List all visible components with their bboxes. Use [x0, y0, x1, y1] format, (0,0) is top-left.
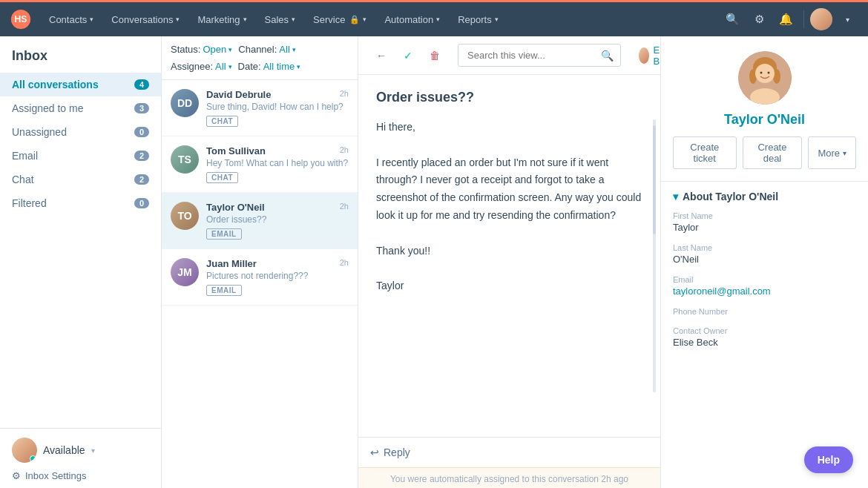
channel-tag: CHAT [206, 172, 238, 183]
conversation-time: 2h [340, 145, 349, 154]
conversation-time: 2h [340, 202, 349, 211]
sidebar-item-assigned-to-me[interactable]: Assigned to me 3 [0, 96, 161, 120]
nav-conversations[interactable]: Conversations ▾ [104, 10, 187, 30]
email-subject: Order issues?? [376, 90, 642, 105]
channel-tag: CHAT [206, 116, 238, 127]
conversation-preview: Order issues?? [206, 214, 349, 225]
avatar: TS [171, 145, 199, 174]
chevron-down-icon: ▾ [91, 446, 95, 455]
contact-name: Tom Sullivan [206, 145, 266, 156]
contact-name: Taylor O'Neil [724, 112, 805, 128]
sidebar-item-unassigned[interactable]: Unassigned 0 [0, 120, 161, 144]
contact-name: David Debrule [206, 89, 271, 100]
conversation-list: Status: Open ▾ Channel: All ▾ Assignee: … [162, 36, 358, 488]
date-filter[interactable]: Date: All time ▾ [238, 61, 301, 72]
assigned-to-me-badge: 3 [134, 103, 149, 113]
email-field-display: Email tayloroneil@gmail.com [673, 275, 856, 297]
about-section: ▾ About Taylor O'Neil First name Taylor … [661, 182, 868, 367]
more-actions-button[interactable]: More ▾ [808, 136, 856, 169]
search-icon: 🔍 [601, 50, 614, 62]
auto-assigned-notice: You were automatically assigned to this … [358, 467, 660, 488]
conversation-actions: ← ✓ 🗑 [370, 44, 446, 67]
contact-name: Taylor O'Neil [206, 202, 265, 213]
conversation-item-taylor-oneil[interactable]: TO Taylor O'Neil 2h Order issues?? EMAIL [162, 193, 358, 249]
availability-status[interactable]: Available ▾ [12, 438, 149, 463]
hubspot-logo[interactable]: HS [9, 7, 33, 31]
chevron-down-icon: ▾ [228, 63, 232, 70]
chevron-down-icon: ▾ [176, 16, 180, 23]
contact-header: Taylor O'Neil Create ticket Create deal … [661, 36, 868, 182]
reply-icon: ↩ [370, 446, 379, 458]
resolve-button[interactable]: ✓ [397, 44, 419, 67]
phone-number-field: Phone number [673, 307, 856, 316]
sidebar-navigation: All conversations 4 Assigned to me 3 Una… [0, 70, 161, 428]
contact-avatar [738, 51, 792, 105]
nav-sales[interactable]: Sales ▾ [257, 10, 303, 30]
reply-button[interactable]: ↩ Reply [370, 446, 410, 458]
sidebar-item-email[interactable]: Email 2 [0, 144, 161, 168]
avatar: JM [171, 258, 199, 286]
conversation-detail: ← ✓ 🗑 🔍 Elise Beck ▾ Order issues?? Hi t… [358, 36, 660, 488]
sidebar-item-filtered[interactable]: Filtered 0 [0, 191, 161, 215]
chevron-down-icon: ▾ [436, 16, 440, 23]
nav-reports[interactable]: Reports ▾ [450, 10, 506, 30]
last-name-field: Last name O'Neil [673, 243, 856, 265]
avatar: DD [171, 89, 199, 117]
svg-point-6 [755, 64, 775, 83]
svg-text:HS: HS [14, 14, 27, 24]
nav-automation[interactable]: Automation ▾ [377, 10, 447, 30]
contact-name: Juan Miller [206, 258, 257, 269]
contact-actions: Create ticket Create deal More ▾ [673, 136, 856, 169]
user-avatar[interactable] [810, 8, 832, 30]
contact-owner-field: Contact owner Elise Beck [673, 326, 856, 348]
conversation-detail-header: ← ✓ 🗑 🔍 Elise Beck ▾ [358, 36, 660, 75]
conversation-item-tom-sullivan[interactable]: TS Tom Sullivan 2h Hey Tom! What can I h… [162, 136, 358, 193]
svg-point-8 [767, 72, 769, 74]
sidebar-item-all-conversations[interactable]: All conversations 4 [0, 73, 161, 96]
nav-contacts[interactable]: Contacts ▾ [42, 10, 101, 30]
search-icon-button[interactable]: 🔍 [720, 7, 744, 31]
notifications-icon-button[interactable]: 🔔 [774, 7, 798, 31]
status-filter[interactable]: Status: Open ▾ [171, 44, 232, 55]
settings-icon-button[interactable]: ⚙ [747, 7, 771, 31]
delete-button[interactable]: 🗑 [424, 44, 446, 67]
conversation-preview: Sure thing, David! How can I help? [206, 102, 349, 112]
nav-service[interactable]: Service 🔒 ▾ [306, 10, 374, 30]
nav-divider [803, 10, 804, 28]
assignee-filter[interactable]: Assignee: All ▾ [171, 61, 232, 72]
conversation-items: DD David Debrule 2h Sure thing, David! H… [162, 80, 358, 488]
chevron-down-icon: ▾ [495, 16, 499, 23]
create-ticket-button[interactable]: Create ticket [673, 136, 737, 169]
nav-marketing[interactable]: Marketing ▾ [190, 10, 254, 30]
assignee-avatar [639, 47, 649, 64]
conversation-item-david-debrule[interactable]: DD David Debrule 2h Sure thing, David! H… [162, 80, 358, 136]
email-badge: 2 [134, 151, 149, 161]
email-body: Order issues?? Hi there, I recently plac… [358, 75, 660, 437]
chat-badge: 2 [134, 174, 149, 185]
user-avatar-small [12, 438, 37, 463]
help-button[interactable]: Help [804, 446, 853, 473]
channel-tag: EMAIL [206, 228, 242, 240]
conversation-item-juan-miller[interactable]: JM Juan Miller 2h Pictures not rendering… [162, 249, 358, 306]
sidebar-item-chat[interactable]: Chat 2 [0, 168, 161, 191]
conversation-time: 2h [340, 258, 349, 267]
inbox-title: Inbox [12, 48, 149, 64]
user-menu-chevron[interactable]: ▾ [835, 7, 859, 31]
search-view-input[interactable] [458, 44, 621, 67]
gear-icon: ⚙ [12, 470, 21, 481]
chevron-down-icon: ▾ [292, 16, 295, 23]
email-content: Hi there, I recently placed an order but… [376, 119, 642, 295]
contact-sidebar: Taylor O'Neil Create ticket Create deal … [660, 36, 868, 488]
svg-point-7 [760, 72, 762, 74]
chevron-down-icon: ▾ [228, 46, 232, 53]
inbox-settings-link[interactable]: ⚙ Inbox Settings [12, 470, 149, 481]
conversation-time: 2h [340, 89, 349, 98]
conversation-preview: Pictures not rendering??? [206, 271, 349, 281]
back-button[interactable]: ← [370, 44, 392, 67]
create-deal-button[interactable]: Create deal [743, 136, 803, 169]
lock-icon: 🔒 [349, 15, 360, 24]
channel-filter[interactable]: Channel: All ▾ [238, 44, 296, 55]
chevron-down-icon: ▾ [297, 63, 300, 70]
about-section-header[interactable]: ▾ About Taylor O'Neil [673, 191, 856, 202]
chevron-down-icon: ▾ [292, 46, 296, 53]
